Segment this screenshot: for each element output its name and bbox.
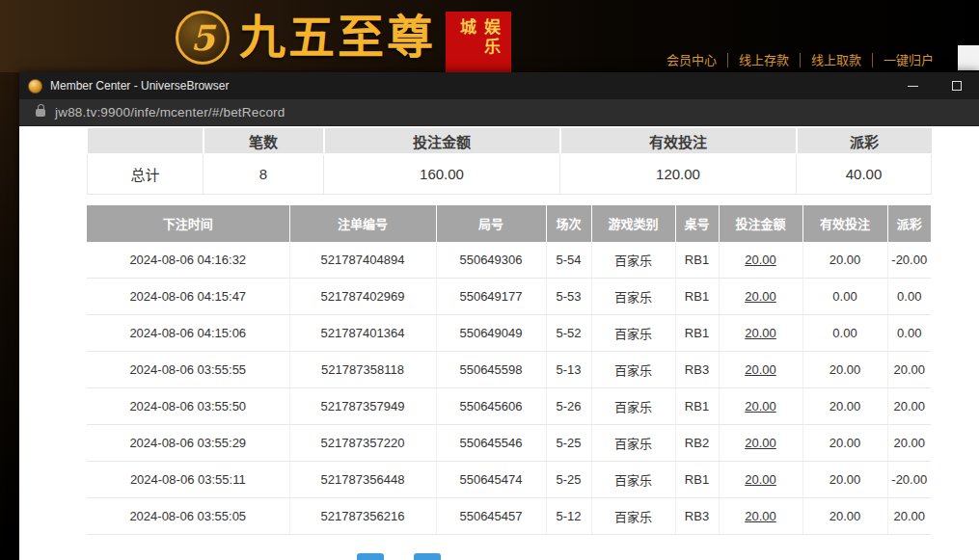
session: 5-54 [546,242,591,279]
payout: 20.00 [887,425,931,462]
table-no: RB1 [675,315,719,352]
table-row: 2024-08-06 04:15:06 521787401364 5506490… [87,315,931,352]
session: 5-52 [546,315,591,352]
bet-time: 2024-08-06 03:55:11 [87,462,289,498]
address-bar[interactable]: jw88.tv:9900/infe/mcenter/#/betRecord [19,99,979,126]
valid-bet: 20.00 [802,425,887,462]
bet-amount-link[interactable]: 20.00 [719,242,802,279]
bet-amount-link[interactable]: 20.00 [719,425,802,462]
valid-bet: 20.00 [802,498,887,535]
nav-one-key-transfer[interactable]: 一键归户 [873,53,944,67]
browser-window: Member Center - UniverseBrowser jw88.tv:… [19,72,979,560]
table-no: RB1 [675,462,719,498]
nav-deposit[interactable]: 线上存款 [728,53,801,67]
bet-table-header-row: 下注时间 注单编号 局号 场次 游戏类别 桌号 投注金额 有效投注 派彩 [87,205,931,242]
table-no: RB3 [675,352,719,388]
maximize-button[interactable] [935,72,979,99]
qr-box [958,45,979,70]
bet-amount-link[interactable]: 20.00 [719,315,802,352]
payout: -20.00 [887,242,931,279]
col-round-id: 局号 [436,205,546,242]
col-session: 场次 [546,205,591,242]
table-row: 2024-08-06 03:55:55 521787358118 5506455… [87,352,931,388]
brand-ribbon: 娱乐城 [446,12,511,81]
round-id: 550645457 [436,498,546,535]
bet-id: 521787404894 [289,242,436,279]
brand-coin-icon: 5 [176,11,230,65]
game-type: 百家乐 [591,498,675,535]
summary-header-bet-amount: 投注金额 [324,128,560,154]
table-row: 2024-08-06 03:55:05 521787356216 5506454… [87,498,931,535]
summary-header-row: 笔数 投注金额 有效投注 派彩 [88,128,932,154]
table-no: RB3 [675,498,719,535]
summary-count-value: 8 [204,154,324,194]
valid-bet: 20.00 [802,352,887,388]
summary-payout-value: 40.00 [797,154,932,194]
brand-title: 九五至尊 [239,7,436,68]
table-no: RB1 [675,279,719,315]
bet-amount-link[interactable]: 20.00 [719,388,802,425]
window-controls [890,72,979,99]
window-title-bar[interactable]: Member Center - UniverseBrowser [19,72,979,99]
pagination-button-prev[interactable] [357,553,384,560]
bet-time: 2024-08-06 04:15:47 [87,279,289,315]
minimize-icon [908,86,918,87]
round-id: 550645474 [436,462,546,498]
payout: -20.00 [887,462,931,498]
table-no: RB1 [675,242,719,279]
summary-header-payout: 派彩 [797,128,932,154]
pagination-button-next[interactable] [414,553,441,560]
table-row: 2024-08-06 03:55:50 521787357949 5506456… [87,388,931,425]
game-type: 百家乐 [591,462,675,498]
browser-favicon-icon [28,79,42,93]
col-bet-amount: 投注金额 [719,205,802,242]
minimize-button[interactable] [890,72,935,99]
payout: 20.00 [887,388,931,425]
game-type: 百家乐 [591,315,675,352]
bet-amount-link[interactable]: 20.00 [719,462,802,498]
bet-id: 521787401364 [289,315,436,352]
maximize-icon [952,81,962,91]
bet-time: 2024-08-06 04:16:32 [87,242,289,279]
bet-time: 2024-08-06 03:55:50 [87,388,289,425]
bet-id: 521787356448 [289,462,436,498]
summary-valid-bet-value: 120.00 [560,154,797,194]
bet-time: 2024-08-06 04:15:06 [87,315,289,352]
col-valid-bet: 有效投注 [802,205,887,242]
table-row: 2024-08-06 04:16:32 521787404894 5506493… [87,242,931,279]
payout: 0.00 [887,279,931,315]
page-content: 笔数 投注金额 有效投注 派彩 总计 8 160.00 120.00 40.00 [19,126,979,560]
pagination [357,553,979,560]
nav-member-center[interactable]: 会员中心 [656,53,728,67]
session: 5-12 [546,498,591,535]
session: 5-13 [546,352,591,388]
summary-header-blank [88,128,204,154]
col-bet-id: 注单编号 [289,205,436,242]
game-type: 百家乐 [591,388,675,425]
bet-id: 521787357220 [289,425,436,462]
bet-amount-link[interactable]: 20.00 [719,352,802,388]
bet-time: 2024-08-06 03:55:55 [87,352,289,388]
round-id: 550649306 [436,242,546,279]
table-row: 2024-08-06 03:55:29 521787357220 5506455… [87,425,931,462]
valid-bet: 20.00 [802,242,887,279]
window-title: Member Center - UniverseBrowser [50,79,229,93]
valid-bet: 0.00 [802,279,887,315]
session: 5-25 [546,462,591,498]
game-type: 百家乐 [591,279,675,315]
col-game-type: 游戏类别 [591,205,675,242]
brand-coin-glyph: 5 [190,17,214,58]
col-bet-time: 下注时间 [87,205,289,242]
session: 5-25 [546,425,591,462]
bet-time: 2024-08-06 03:55:05 [87,498,289,535]
lock-icon [36,109,45,117]
bet-id: 521787356216 [289,498,436,535]
round-id: 550645546 [436,425,546,462]
nav-withdraw[interactable]: 线上取款 [801,53,873,67]
url-text[interactable]: jw88.tv:9900/infe/mcenter/#/betRecord [55,105,286,120]
bet-id: 521787358118 [289,352,436,388]
table-no: RB1 [675,388,719,425]
bet-amount-link[interactable]: 20.00 [719,279,802,315]
bet-amount-link[interactable]: 20.00 [719,498,802,535]
table-row: 2024-08-06 03:55:11 521787356448 5506454… [87,462,931,498]
